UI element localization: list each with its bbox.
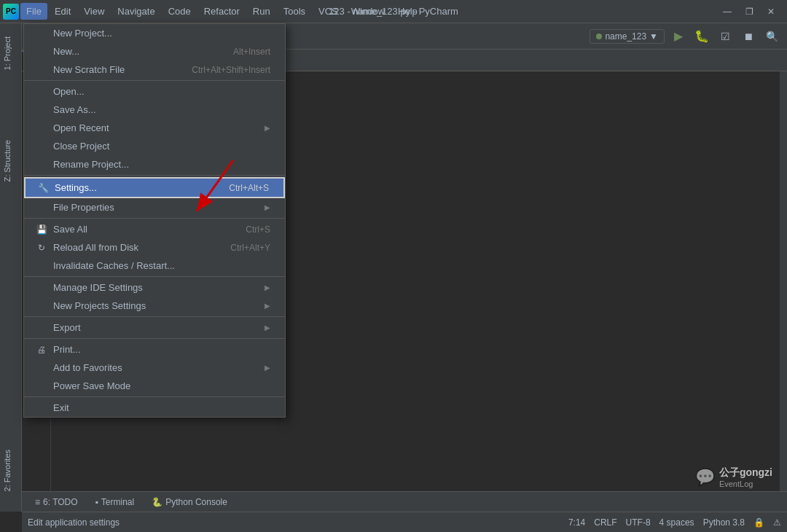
menu-invalidate-label: Invalidate Caches / Restart...	[53, 260, 175, 271]
menu-power-save[interactable]: Power Save Mode	[24, 377, 285, 395]
menu-navigate[interactable]: Navigate	[111, 3, 160, 20]
separator-7	[24, 396, 285, 397]
menu-new-scratch[interactable]: New Scratch File Ctrl+Alt+Shift+Insert	[24, 60, 285, 79]
menu-exit-label: Exit	[53, 402, 69, 413]
search-everywhere-button[interactable]: 🔍	[762, 27, 781, 46]
window-title: 123 - name_123.py - PyCharm	[329, 6, 458, 17]
menu-exit[interactable]: Exit	[24, 399, 285, 417]
menu-new-label: New...	[53, 46, 79, 57]
menu-saveas-label: Save As...	[53, 104, 96, 115]
recent-arrow: ▶	[265, 124, 270, 132]
todo-icon: ≡	[35, 497, 40, 507]
titlebar-controls: — ❐ ✕	[717, 4, 787, 20]
menu-fileprops-label: File Properties	[53, 202, 114, 213]
menu-new-project-label: New Project...	[53, 28, 112, 39]
menu-invalidate-caches[interactable]: Invalidate Caches / Restart...	[24, 257, 285, 275]
menu-favorites-label: Add to Favorites	[53, 362, 122, 373]
menu-reload-disk[interactable]: ↻ Reload All from Disk Ctrl+Alt+Y	[24, 238, 285, 257]
reload-icon: ↻	[36, 243, 47, 253]
menu-new[interactable]: New... Alt+Insert	[24, 42, 285, 60]
debug-button[interactable]: 🐛	[692, 27, 711, 46]
menu-close-project-label: Close Project	[53, 141, 109, 152]
menu-open-label: Open...	[53, 86, 85, 97]
menu-code[interactable]: Code	[163, 3, 197, 20]
menu-reload-label: Reload All from Disk	[53, 242, 138, 253]
menu-print[interactable]: 🖨 Print...	[24, 340, 285, 359]
bottom-tabs: ≡ 6: TODO ▪ Terminal 🐍 Python Console	[22, 491, 787, 512]
menu-save-all[interactable]: 💾 Save All Ctrl+S	[24, 220, 285, 238]
maximize-button[interactable]: ❐	[739, 4, 759, 20]
python-version[interactable]: Python 3.8	[703, 517, 745, 528]
indent[interactable]: 4 spaces	[659, 517, 694, 528]
settings-wrench-icon: 🔧	[37, 183, 49, 193]
menu-recent-label: Open Recent	[53, 122, 109, 133]
run-configuration-selector[interactable]: name_123 ▼	[590, 29, 665, 44]
separator-2	[24, 175, 285, 176]
sidebar-panel: 1: Project Z: Structure 2: Favorites	[0, 23, 22, 512]
statusbar-left: Edit application settings	[28, 517, 120, 528]
menu-settings-label: Settings...	[55, 182, 97, 193]
menu-refactor[interactable]: Refactor	[198, 3, 246, 20]
menu-settings-shortcut: Ctrl+Alt+S	[229, 183, 269, 193]
menu-save-as[interactable]: Save As...	[24, 101, 285, 119]
run-config-dropdown-icon: ▼	[649, 31, 658, 42]
separator-1	[24, 80, 285, 81]
save-all-icon: 💾	[36, 224, 47, 235]
encoding-label: UTF-8	[626, 517, 651, 528]
toolbar-right: name_123 ▼ ▶ 🐛 ☑ ⏹ 🔍	[590, 27, 781, 46]
menu-saveall-label: Save All	[53, 224, 87, 235]
run-button[interactable]: ▶	[669, 27, 688, 46]
bottom-tab-todo[interactable]: ≡ 6: TODO	[28, 496, 85, 509]
encoding[interactable]: UTF-8	[626, 517, 651, 528]
separator-5	[24, 316, 285, 317]
menu-tools[interactable]: Tools	[278, 3, 311, 20]
menu-add-favorites[interactable]: Add to Favorites ▶	[24, 359, 285, 377]
pycharm-logo: PC	[3, 4, 19, 20]
stop-button[interactable]: ⏹	[739, 27, 758, 46]
minimize-button[interactable]: —	[717, 4, 737, 20]
statusbar: Edit application settings 7:14 CRLF UTF-…	[22, 512, 787, 532]
sidebar-item-favorites[interactable]: 2: Favorites	[0, 444, 21, 497]
menu-file[interactable]: File	[20, 3, 47, 20]
menu-open[interactable]: Open...	[24, 82, 285, 101]
title-bar: PC File Edit View Navigate Code Refactor…	[0, 0, 787, 23]
run-config-label: name_123	[605, 31, 646, 42]
menu-file-properties[interactable]: File Properties ▶	[24, 198, 285, 216]
sidebar-item-project[interactable]: 1: Project	[0, 31, 21, 76]
lock-icon: 🔒	[753, 517, 764, 528]
menu-new-project[interactable]: New Project...	[24, 24, 285, 42]
warning-icon: ⚠	[773, 517, 781, 528]
bottom-tab-python-console[interactable]: 🐍 Python Console	[144, 496, 235, 509]
print-icon: 🖨	[36, 345, 47, 355]
menu-settings[interactable]: 🔧 Settings... Ctrl+Alt+S	[24, 177, 285, 198]
menu-print-label: Print...	[53, 344, 81, 355]
vertical-scrollbar[interactable]	[780, 71, 787, 491]
line-separator[interactable]: CRLF	[594, 517, 616, 528]
close-button[interactable]: ✕	[761, 4, 781, 20]
menu-export[interactable]: Export ▶	[24, 318, 285, 337]
menu-powersave-label: Power Save Mode	[53, 380, 130, 391]
export-arrow: ▶	[265, 324, 270, 332]
menu-run[interactable]: Run	[247, 3, 276, 20]
menu-new-projects-settings[interactable]: New Projects Settings ▶	[24, 297, 285, 315]
menu-close-project[interactable]: Close Project	[24, 137, 285, 155]
run-config-indicator	[596, 34, 602, 39]
menu-edit[interactable]: Edit	[49, 3, 77, 20]
python-ver-label: Python 3.8	[703, 517, 745, 528]
python-console-label: Python Console	[165, 497, 227, 507]
menu-scratch-shortcut: Ctrl+Alt+Shift+Insert	[192, 65, 270, 75]
menu-view[interactable]: View	[78, 3, 110, 20]
menu-newprojects-label: New Projects Settings	[53, 300, 146, 311]
menu-manage-ide[interactable]: Manage IDE Settings ▶	[24, 278, 285, 297]
coverage-button[interactable]: ☑	[716, 27, 735, 46]
menu-rename-project[interactable]: Rename Project...	[24, 155, 285, 173]
sidebar-item-structure[interactable]: Z: Structure	[0, 134, 21, 187]
bottom-tab-terminal[interactable]: ▪ Terminal	[88, 496, 142, 509]
file-menu: New Project... New... Alt+Insert New Scr…	[23, 23, 286, 418]
menu-open-recent[interactable]: Open Recent ▶	[24, 119, 285, 137]
separator-6	[24, 338, 285, 339]
separator-3	[24, 218, 285, 219]
cursor-position[interactable]: 7:14	[568, 517, 585, 528]
todo-label: 6: TODO	[43, 497, 78, 507]
indent-label: 4 spaces	[659, 517, 694, 528]
